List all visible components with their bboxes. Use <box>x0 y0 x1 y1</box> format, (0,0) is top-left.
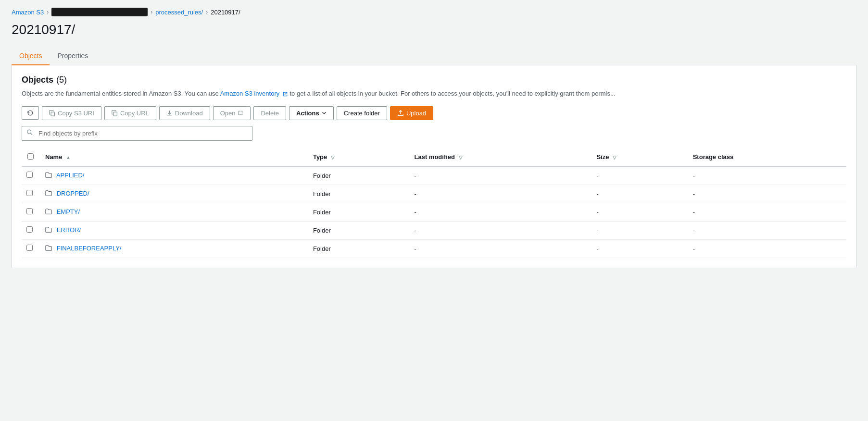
panel-description: Objects are the fundamental entities sto… <box>22 89 846 99</box>
row-type-cell: Folder <box>307 221 409 239</box>
row-name-cell: FINALBEFOREAPPLY/ <box>39 239 307 258</box>
table-row: EMPTY/ Folder - - - <box>22 203 846 221</box>
row-size-cell: - <box>591 166 687 185</box>
copy-s3-uri-label: Copy S3 URI <box>58 110 94 117</box>
toolbar: Copy S3 URI Copy URL Download Open <box>22 106 846 120</box>
delete-label: Delete <box>261 110 279 117</box>
copy-s3-uri-button[interactable]: Copy S3 URI <box>42 106 101 120</box>
row-last-modified-cell: - <box>409 166 591 185</box>
row-last-modified-cell: - <box>409 203 591 221</box>
download-icon <box>166 110 173 116</box>
folder-icon <box>45 245 52 253</box>
search-icon <box>26 129 33 137</box>
actions-label: Actions <box>296 110 319 117</box>
svg-rect-1 <box>113 112 117 116</box>
size-sort-icon[interactable]: ▽ <box>613 155 616 160</box>
create-folder-button[interactable]: Create folder <box>337 106 387 120</box>
breadcrumb-sep-1: › <box>47 9 49 15</box>
description-pre: Objects are the fundamental entities sto… <box>22 90 220 97</box>
row-type-cell: Folder <box>307 166 409 185</box>
select-all-checkbox[interactable] <box>27 153 34 160</box>
row-name-link[interactable]: ERROR/ <box>57 226 81 234</box>
row-storage-class-cell: - <box>687 203 846 221</box>
row-size-cell: - <box>591 221 687 239</box>
row-size-cell: - <box>591 185 687 203</box>
row-name-link[interactable]: EMPTY/ <box>57 208 80 215</box>
copy-url-button[interactable]: Copy URL <box>104 106 156 120</box>
delete-button[interactable]: Delete <box>253 106 286 120</box>
col-storage-class: Storage class <box>687 149 846 166</box>
row-storage-class-cell: - <box>687 221 846 239</box>
copy-icon-2 <box>112 110 118 116</box>
row-name-link[interactable]: APPLIED/ <box>56 172 85 179</box>
folder-icon <box>45 208 52 216</box>
row-storage-class-cell: - <box>687 239 846 258</box>
folder-icon <box>45 190 52 198</box>
actions-button[interactable]: Actions <box>289 106 334 120</box>
table-row: APPLIED/ Folder - - - <box>22 166 846 185</box>
copy-url-label: Copy URL <box>120 110 149 117</box>
copy-icon-1 <box>49 110 55 116</box>
last-modified-sort-icon[interactable]: ▽ <box>459 155 463 160</box>
name-sort-icon[interactable]: ▲ <box>66 155 71 160</box>
breadcrumb-sep-2: › <box>151 9 152 15</box>
folder-icon <box>45 226 52 235</box>
inventory-link[interactable]: Amazon S3 inventory <box>220 90 280 97</box>
type-sort-icon[interactable]: ▽ <box>331 155 335 160</box>
col-size: Size ▽ <box>591 149 687 166</box>
row-checkbox-3[interactable] <box>26 226 33 233</box>
panel-count: (5) <box>56 75 67 85</box>
col-last-modified: Last modified ▽ <box>409 149 591 166</box>
refresh-icon <box>27 110 34 116</box>
row-checkbox-cell <box>22 239 39 258</box>
open-button[interactable]: Open <box>213 106 251 120</box>
upload-label: Upload <box>406 110 426 117</box>
row-checkbox-4[interactable] <box>26 245 33 251</box>
actions-chevron-icon <box>322 111 327 115</box>
row-name-link[interactable]: DROPPED/ <box>57 190 89 197</box>
panel-title: Objects <box>22 75 53 85</box>
row-last-modified-cell: - <box>409 185 591 203</box>
panel-header: Objects (5) <box>22 75 846 85</box>
objects-panel: Objects (5) Objects are the fundamental … <box>12 65 856 268</box>
row-size-cell: - <box>591 239 687 258</box>
breadcrumb-s3-link[interactable]: Amazon S3 <box>12 9 44 16</box>
row-type-cell: Folder <box>307 203 409 221</box>
breadcrumb-sep-3: › <box>206 9 208 15</box>
svg-rect-0 <box>51 112 54 116</box>
external-link-icon <box>282 91 288 97</box>
row-checkbox-2[interactable] <box>26 208 33 214</box>
refresh-button[interactable] <box>22 106 39 120</box>
row-checkbox-cell <box>22 221 39 239</box>
row-type-cell: Folder <box>307 185 409 203</box>
row-name-cell: DROPPED/ <box>39 185 307 203</box>
tab-properties[interactable]: Properties <box>50 47 96 65</box>
breadcrumb: Amazon S3 › › processed_rules/ › 2021091… <box>12 8 856 16</box>
row-checkbox-1[interactable] <box>26 190 33 196</box>
tabs-container: Objects Properties <box>12 47 856 65</box>
create-folder-label: Create folder <box>344 110 380 117</box>
breadcrumb-bucket-redacted <box>51 8 148 16</box>
open-external-icon <box>238 110 243 116</box>
upload-button[interactable]: Upload <box>390 106 433 120</box>
row-name-cell: APPLIED/ <box>39 166 307 185</box>
table-row: ERROR/ Folder - - - <box>22 221 846 239</box>
row-checkbox-0[interactable] <box>26 172 33 178</box>
breadcrumb-prefix1-link[interactable]: processed_rules/ <box>155 9 203 16</box>
row-checkbox-cell <box>22 166 39 185</box>
breadcrumb-current: 20210917/ <box>211 9 240 16</box>
table-row: FINALBEFOREAPPLY/ Folder - - - <box>22 239 846 258</box>
row-name-cell: ERROR/ <box>39 221 307 239</box>
tab-objects[interactable]: Objects <box>12 47 50 65</box>
upload-icon <box>397 110 404 116</box>
search-input[interactable] <box>22 126 252 141</box>
col-type: Type ▽ <box>307 149 409 166</box>
page-title: 20210917/ <box>12 22 856 37</box>
row-name-cell: EMPTY/ <box>39 203 307 221</box>
open-label: Open <box>220 110 236 117</box>
search-container <box>22 126 846 141</box>
row-name-link[interactable]: FINALBEFOREAPPLY/ <box>57 245 122 252</box>
description-post: to get a list of all objects in your buc… <box>289 90 615 97</box>
download-button[interactable]: Download <box>159 106 210 120</box>
objects-table: Name ▲ Type ▽ Last modified ▽ Size ▽ <box>22 149 846 258</box>
